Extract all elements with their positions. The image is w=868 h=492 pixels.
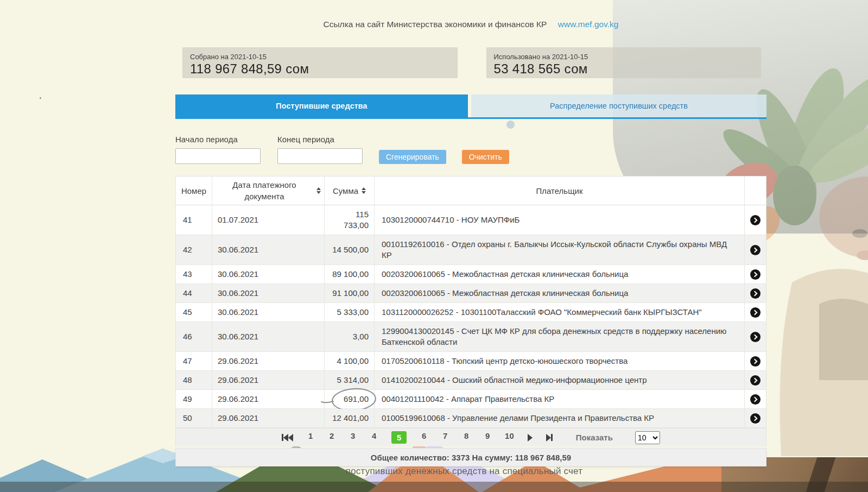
tab-bar: Поступившие средства Распределение посту… <box>175 94 766 119</box>
row-detail-arrow-button[interactable] <box>750 394 761 405</box>
period-end-group: Конец периода <box>277 135 363 164</box>
row-detail-arrow-button[interactable] <box>750 245 761 255</box>
row-date-cell: 29.06.2021 <box>212 352 325 370</box>
row-amount-cell: 5 314,00 <box>325 371 375 389</box>
row-number-cell: 49 <box>176 390 212 408</box>
filter-row: Начало периода Конец периода Сгенерирова… <box>175 135 766 164</box>
row-date-cell: 29.06.2021 <box>212 390 325 408</box>
collected-card: Собрано на 2021-10-15 118 967 848,59 сом <box>182 47 458 78</box>
page-number-4[interactable]: 4 <box>370 431 378 444</box>
page-root: поступивших денежных средств на специаль… <box>0 0 868 492</box>
row-payer-cell: 01410200210044 - Ошский областной медико… <box>375 371 745 389</box>
totals-text: Общее количество: 3373 На сумму: 118 967… <box>371 453 571 462</box>
row-amount-cell: 12 401,00 <box>325 409 375 427</box>
row-amount-cell: 14 500,00 <box>325 235 375 264</box>
row-payer-cell: 00101192610016 - Отдел охраны г. Балыкчы… <box>375 235 745 264</box>
row-payer-cell: 1031120000026252 - 10301100Таласский ФОА… <box>375 303 745 321</box>
table-row: 43 30.06.2021 89 100,00 00203200610065 -… <box>176 265 766 284</box>
row-date-cell: 01.07.2021 <box>212 205 325 235</box>
row-date-cell: 30.06.2021 <box>212 284 325 302</box>
row-number-cell: 43 <box>176 265 212 283</box>
row-payer-cell: 00401201110042 - Аппарат Правительства К… <box>375 390 745 408</box>
table-row: 49 29.06.2021 691,00 00401201110042 - Ап… <box>176 390 766 409</box>
row-number-cell: 48 <box>176 371 212 389</box>
table-row: 47 29.06.2021 4 100,00 01705200610118 - … <box>176 352 766 371</box>
collected-value: 118 967 848,59 сом <box>190 61 450 77</box>
table-body: 41 01.07.2021 115 733,00 103012000074471… <box>176 205 766 428</box>
row-date-cell: 29.06.2021 <box>212 371 325 389</box>
period-end-label: Конец периода <box>277 135 363 144</box>
row-amount-cell: 5 333,00 <box>325 303 375 321</box>
row-detail-arrow-button[interactable] <box>750 269 761 280</box>
row-action-cell <box>745 235 766 264</box>
page-size-select[interactable]: 10 <box>635 431 660 444</box>
page-number-8[interactable]: 8 <box>462 431 470 444</box>
row-payer-cell: 00203200610065 - Межобластная детская кл… <box>375 284 745 302</box>
row-detail-arrow-button[interactable] <box>750 375 761 386</box>
row-action-cell <box>745 390 766 408</box>
row-detail-arrow-button[interactable] <box>750 356 761 367</box>
period-end-input[interactable] <box>277 148 363 164</box>
row-detail-arrow-button[interactable] <box>750 215 761 225</box>
page-number-list: 12345678910 <box>307 431 514 444</box>
show-label: Показать <box>576 433 613 442</box>
row-number-cell: 44 <box>176 284 212 302</box>
table-row: 50 29.06.2021 12 401,00 01005199610068 -… <box>176 409 766 428</box>
row-amount-cell: 91 100,00 <box>325 284 375 302</box>
row-number-cell: 45 <box>176 303 212 321</box>
totals-bar: Общее количество: 3373 На сумму: 118 967… <box>175 448 766 466</box>
row-date-cell: 30.06.2021 <box>212 265 325 283</box>
table-row: 42 30.06.2021 14 500,00 00101192610016 -… <box>176 235 766 265</box>
page-number-9[interactable]: 9 <box>484 431 491 444</box>
page-number-1[interactable]: 1 <box>307 431 314 444</box>
pagination-bar: 12345678910 Показать 10 <box>175 428 766 446</box>
table-header: Номер Дата платежного документа Сумма Пл… <box>176 176 766 205</box>
period-start-group: Начало периода <box>175 135 261 164</box>
row-action-cell <box>745 409 766 427</box>
row-action-cell <box>745 371 766 389</box>
page-number-2[interactable]: 2 <box>328 431 335 444</box>
header-number: Номер <box>176 176 212 205</box>
row-number-cell: 50 <box>176 409 212 427</box>
row-detail-arrow-button[interactable] <box>750 332 761 342</box>
tab-distribution[interactable]: Распределение поступивших средств <box>471 94 766 117</box>
page-number-3[interactable]: 3 <box>349 431 357 444</box>
row-detail-arrow-button[interactable] <box>750 307 761 318</box>
ministry-link-row: Ссылка на сайт Министерства экономики и … <box>175 20 766 29</box>
row-payer-cell: 01005199610068 - Управление делами Прези… <box>375 409 745 427</box>
page-number-5[interactable]: 5 <box>391 431 407 444</box>
row-detail-arrow-button[interactable] <box>750 413 761 424</box>
header-actions <box>745 176 766 205</box>
generate-button[interactable]: Сгенерировать <box>379 150 446 164</box>
row-payer-cell: 1299004130020145 - Счет ЦК МФ КР для сбо… <box>375 322 745 351</box>
row-action-cell <box>745 265 766 283</box>
first-page-icon[interactable] <box>282 434 293 441</box>
next-page-icon[interactable] <box>528 434 533 441</box>
page-number-10[interactable]: 10 <box>505 431 514 444</box>
last-page-icon[interactable] <box>546 434 553 441</box>
page-number-7[interactable]: 7 <box>441 431 449 444</box>
tab-incoming-funds[interactable]: Поступившие средства <box>175 94 468 117</box>
row-payer-cell: 01705200610118 - Тюпский центр детско-юн… <box>375 352 745 370</box>
row-action-cell <box>745 352 766 370</box>
header-date[interactable]: Дата платежного документа <box>212 176 325 205</box>
header-amount[interactable]: Сумма <box>325 176 375 205</box>
row-amount-cell: 691,00 <box>325 390 375 408</box>
row-amount-cell: 115 733,00 <box>325 205 375 235</box>
ministry-link[interactable]: www.mef.gov.kg <box>558 20 619 29</box>
table-row: 41 01.07.2021 115 733,00 103012000074471… <box>176 205 766 235</box>
page-number-6[interactable]: 6 <box>420 431 428 444</box>
used-value: 53 418 565 сом <box>494 61 754 77</box>
footer-band-text: поступивших денежных средств на специаль… <box>0 466 868 477</box>
period-start-input[interactable] <box>175 148 261 164</box>
clear-button[interactable]: Очистить <box>462 150 509 164</box>
row-date-cell: 30.06.2021 <box>212 322 325 351</box>
row-amount-cell: 4 100,00 <box>325 352 375 370</box>
row-date-cell: 30.06.2021 <box>212 235 325 264</box>
row-number-cell: 47 <box>176 352 212 370</box>
ministry-link-label: Ссылка на сайт Министерства экономики и … <box>324 20 547 29</box>
table-row: 44 30.06.2021 91 100,00 00203200610065 -… <box>176 284 766 303</box>
payments-table: Номер Дата платежного документа Сумма Пл… <box>175 176 766 428</box>
row-detail-arrow-button[interactable] <box>750 288 761 299</box>
table-row: 48 29.06.2021 5 314,00 01410200210044 - … <box>176 371 766 390</box>
